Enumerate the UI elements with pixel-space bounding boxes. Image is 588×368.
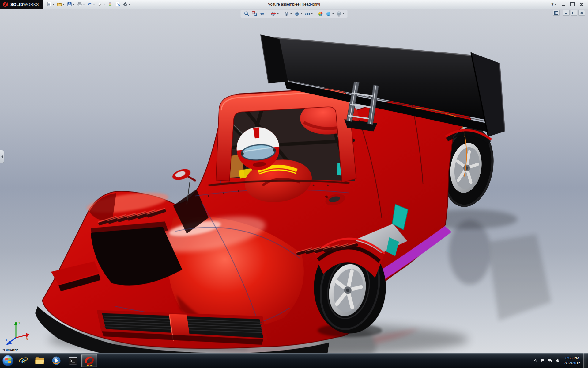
select-cursor-icon xyxy=(97,2,103,7)
pane-toggle-button[interactable] xyxy=(553,10,560,16)
solidworks-window: SOLIDWORKS xyxy=(0,0,588,368)
taskbar-solidworks[interactable]: 2015 xyxy=(81,354,97,367)
collapse-arrow-icon xyxy=(1,155,3,158)
heads-up-view-toolbar xyxy=(241,10,348,18)
previous-view-button[interactable] xyxy=(259,10,266,17)
zoom-to-fit-button[interactable] xyxy=(243,10,251,17)
options-button[interactable] xyxy=(122,1,131,8)
start-button[interactable] xyxy=(1,354,15,368)
minimize-button[interactable] xyxy=(559,1,567,7)
hide-show-items-button[interactable] xyxy=(304,10,314,17)
help-button[interactable]: ? xyxy=(549,1,558,7)
apply-scene-button[interactable] xyxy=(325,10,335,17)
open-folder-icon xyxy=(57,2,62,7)
speaker-icon xyxy=(555,358,560,363)
tray-network-icon[interactable] xyxy=(546,356,554,366)
solidworks-app-icon: 2015 xyxy=(84,355,95,367)
options-gear-icon xyxy=(123,2,128,7)
show-desktop-button[interactable] xyxy=(583,353,588,368)
display-style-icon xyxy=(294,11,300,17)
model-red-race-car xyxy=(0,9,588,353)
system-tray: 3:55 PM 7/13/2015 xyxy=(532,353,588,368)
zoom-to-area-icon xyxy=(252,11,258,17)
titlebar: SOLIDWORKS xyxy=(0,0,588,9)
taskbar-clock[interactable]: 3:55 PM 7/13/2015 xyxy=(561,356,583,366)
section-view-icon xyxy=(270,11,277,17)
rebuild-button[interactable] xyxy=(106,1,114,8)
window-title: Voiture assemblee [Read-only] xyxy=(268,2,320,6)
doc-restore-icon xyxy=(572,12,575,14)
flag-icon xyxy=(540,358,545,363)
taskbar-windows-explorer[interactable] xyxy=(32,354,48,367)
doc-minimize-button[interactable] xyxy=(563,10,570,16)
solidworks-logo: SOLIDWORKS xyxy=(0,0,43,9)
taskbar-internet-explorer[interactable]: e xyxy=(15,354,31,367)
undo-icon xyxy=(87,2,92,7)
doc-close-icon xyxy=(580,12,583,14)
minimize-icon xyxy=(562,5,565,6)
orientation-triad: y x z xyxy=(5,320,31,346)
file-properties-icon xyxy=(115,2,120,7)
print-icon xyxy=(77,2,82,7)
command-prompt-icon xyxy=(67,355,78,366)
windows-start-orb-icon xyxy=(2,355,14,367)
folder-icon xyxy=(34,355,45,366)
maximize-button[interactable] xyxy=(568,1,576,7)
hide-show-items-icon xyxy=(304,11,311,17)
svg-text:e: e xyxy=(21,356,25,365)
new-document-icon xyxy=(47,2,52,7)
media-player-icon xyxy=(51,355,62,366)
window-controls: ? xyxy=(549,1,588,7)
taskbar-command-prompt[interactable] xyxy=(65,354,81,367)
solidworks-badge: 2015 xyxy=(86,364,93,367)
undo-button[interactable] xyxy=(86,1,96,8)
view-settings-icon xyxy=(336,11,342,17)
maximize-icon xyxy=(570,2,575,6)
tray-volume-icon[interactable] xyxy=(554,356,561,366)
display-style-button[interactable] xyxy=(293,10,303,17)
viewport-3d[interactable]: y x z *Dimetric xyxy=(0,9,588,353)
zoom-to-fit-icon xyxy=(244,11,250,17)
3ds-logo-icon xyxy=(2,1,9,8)
edit-appearance-button[interactable] xyxy=(317,10,324,17)
previous-view-icon xyxy=(260,11,266,17)
clock-time: 3:55 PM xyxy=(565,356,579,361)
tray-action-center[interactable] xyxy=(539,356,546,366)
chevron-up-icon xyxy=(533,358,538,363)
network-monitor-icon xyxy=(547,358,553,363)
select-button[interactable] xyxy=(96,1,106,8)
doc-close-button[interactable] xyxy=(578,10,585,16)
brand-text: SOLIDWORKS xyxy=(10,2,39,7)
edit-appearance-icon xyxy=(318,11,324,17)
rebuild-stoplight-icon xyxy=(107,2,113,7)
zoom-to-area-button[interactable] xyxy=(251,10,258,17)
doc-restore-button[interactable] xyxy=(571,10,577,16)
print-button[interactable] xyxy=(76,1,86,8)
panes-icon xyxy=(554,11,558,15)
triad-z-label: z xyxy=(6,338,7,341)
view-orientation-icon xyxy=(284,11,290,17)
apply-scene-icon xyxy=(326,11,332,17)
new-document-button[interactable] xyxy=(46,1,55,8)
document-window-controls xyxy=(553,10,585,16)
doc-minimize-icon xyxy=(565,13,567,14)
close-icon xyxy=(580,2,583,6)
featuremanager-collapsed-tab[interactable] xyxy=(0,150,4,163)
triad-x-label: x xyxy=(26,337,28,341)
close-button[interactable] xyxy=(578,1,586,7)
taskbar: e xyxy=(0,353,588,368)
open-button[interactable] xyxy=(56,1,66,8)
taskbar-media-player[interactable] xyxy=(48,354,64,367)
section-view-button[interactable] xyxy=(270,10,280,17)
save-button[interactable] xyxy=(66,1,76,8)
triad-y-label: y xyxy=(18,320,20,324)
quick-access-toolbar xyxy=(46,1,131,8)
internet-explorer-icon: e xyxy=(18,355,29,366)
view-settings-button[interactable] xyxy=(335,10,345,17)
view-orientation-label: *Dimetric xyxy=(2,348,19,352)
tray-show-hidden-icons[interactable] xyxy=(532,356,539,366)
view-orientation-button[interactable] xyxy=(283,10,293,17)
file-properties-button[interactable] xyxy=(114,1,121,8)
clock-date: 7/13/2015 xyxy=(564,361,580,366)
save-icon xyxy=(67,2,72,7)
